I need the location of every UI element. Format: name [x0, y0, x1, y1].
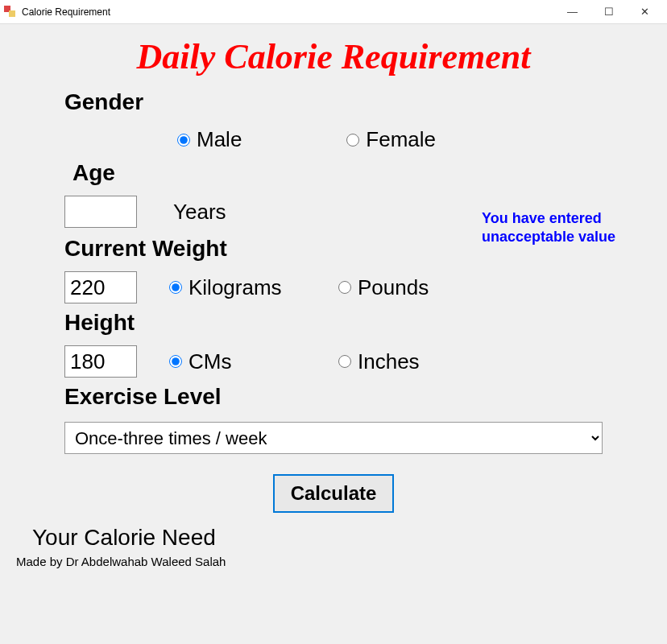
form-content: Daily Calorie Requirement Gender Male Fe…	[0, 24, 667, 568]
titlebar: Calorie Requirement — ☐ ✕	[0, 0, 667, 24]
gender-male-label: Male	[197, 127, 242, 152]
app-icon	[4, 6, 17, 19]
age-input[interactable]	[64, 196, 137, 228]
close-button[interactable]: ✕	[627, 0, 663, 24]
height-cm-option[interactable]: CMs	[169, 349, 338, 374]
height-in-radio[interactable]	[338, 355, 351, 368]
weight-lb-radio[interactable]	[338, 281, 351, 294]
weight-kg-label: Kilograms	[188, 275, 282, 300]
exercise-row: Once-three times / week	[64, 422, 603, 454]
height-row: CMs Inches	[64, 345, 651, 378]
gender-label: Gender	[64, 89, 651, 115]
age-label: Age	[72, 160, 651, 186]
maximize-button[interactable]: ☐	[590, 0, 627, 24]
weight-lb-option[interactable]: Pounds	[338, 275, 429, 300]
gender-male-radio[interactable]	[177, 134, 190, 147]
result-label: Your Calorie Need	[32, 525, 651, 551]
page-title: Daily Calorie Requirement	[16, 36, 651, 77]
height-in-option[interactable]: Inches	[338, 349, 420, 374]
height-cm-radio[interactable]	[169, 355, 182, 368]
height-cm-label: CMs	[188, 349, 231, 374]
weight-kg-radio[interactable]	[169, 281, 182, 294]
gender-female-label: Female	[366, 127, 436, 152]
exercise-label: Exercise Level	[64, 384, 651, 410]
weight-kg-option[interactable]: Kilograms	[169, 275, 338, 300]
height-input[interactable]	[64, 345, 137, 378]
footer-credit: Made by Dr Abdelwahab Waleed Salah	[16, 555, 651, 568]
window-title: Calorie Requirement	[22, 6, 554, 18]
gender-male-option[interactable]: Male	[177, 127, 242, 152]
weight-row: Kilograms Pounds	[64, 271, 651, 303]
height-in-label: Inches	[358, 349, 420, 374]
gender-female-option[interactable]: Female	[346, 127, 436, 152]
calculate-button[interactable]: Calculate	[273, 474, 395, 513]
weight-input[interactable]	[64, 271, 137, 303]
gender-radio-group: Male Female	[177, 127, 651, 152]
weight-lb-label: Pounds	[358, 275, 429, 300]
exercise-select[interactable]: Once-three times / week	[64, 422, 603, 454]
age-unit-label: Years	[173, 200, 226, 225]
height-label: Height	[64, 310, 651, 336]
minimize-button[interactable]: —	[554, 0, 590, 24]
gender-female-radio[interactable]	[346, 134, 359, 147]
window-controls: — ☐ ✕	[554, 0, 663, 24]
error-message: You have entered unacceptable value	[482, 209, 627, 247]
